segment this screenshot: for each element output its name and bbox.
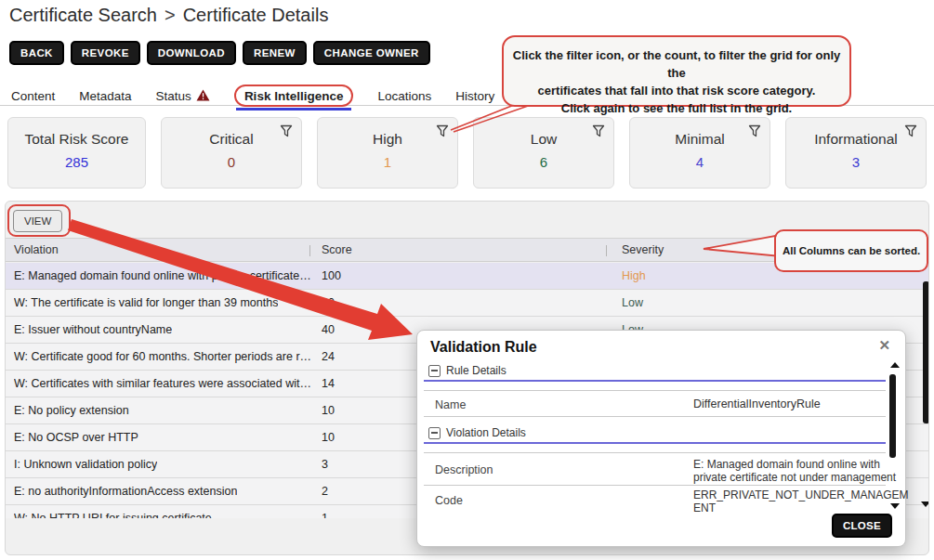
section-divider: [424, 442, 886, 444]
field-value-code: ERR_PRIVATE_NOT_UNDER_MANAGEM ENT: [693, 488, 909, 514]
modal-scrollbar-up-arrow[interactable]: [890, 362, 900, 368]
card-low[interactable]: Low 6: [473, 117, 614, 189]
modal-scrollbar-thumb[interactable]: [889, 374, 896, 458]
sort-note-annotation: All Columns can be sorted.: [774, 229, 928, 272]
filter-note-line: Click again to see the full list in the …: [504, 99, 849, 117]
breadcrumb: Certificate Search>Certificate Details: [9, 5, 328, 26]
filter-icon[interactable]: [436, 124, 449, 141]
collapse-minus-icon[interactable]: [428, 427, 441, 439]
column-header-violation[interactable]: Violation: [14, 243, 59, 256]
card-count[interactable]: 6: [474, 154, 613, 170]
field-value-name: DifferentialInventoryRule: [693, 397, 821, 410]
view-button[interactable]: VIEW: [13, 210, 62, 232]
section-rule-details: Rule Details: [428, 364, 506, 377]
field-divider: [424, 416, 886, 417]
card-count[interactable]: 4: [630, 154, 770, 170]
active-tab-underline: [236, 108, 352, 111]
card-total-risk-score: Total Risk Score 285: [7, 117, 146, 189]
filter-note-line: Click the filter icon, or the count, to …: [504, 46, 849, 82]
action-toolbar: BACK REVOKE DOWNLOAD RENEW CHANGE OWNER: [9, 41, 430, 65]
field-divider: [424, 452, 886, 453]
revoke-button[interactable]: REVOKE: [71, 41, 140, 65]
filter-note-line: certificates that fall into that risk sc…: [504, 82, 849, 99]
field-label-description: Description: [435, 463, 493, 476]
table-scrollbar-thumb[interactable]: [923, 281, 929, 423]
breadcrumb-certificate-search[interactable]: Certificate Search: [9, 5, 157, 25]
close-button[interactable]: CLOSE: [832, 514, 892, 538]
card-count[interactable]: 1: [318, 154, 457, 170]
breadcrumb-separator: >: [164, 5, 176, 25]
risk-score-cards: Total Risk Score 285 Critical 0 High 1 L…: [7, 117, 927, 189]
card-value: 285: [8, 154, 145, 170]
tab-status[interactable]: Status: [156, 89, 210, 104]
collapse-minus-icon[interactable]: [428, 365, 441, 377]
renew-button[interactable]: RENEW: [243, 41, 307, 65]
modal-scrollbar-down-arrow[interactable]: [890, 503, 900, 509]
back-button[interactable]: BACK: [9, 41, 64, 65]
column-separator: [309, 245, 310, 256]
card-label: Total Risk Score: [8, 131, 145, 148]
filter-note-annotation: Click the filter icon, or the count, to …: [502, 35, 851, 107]
change-owner-button[interactable]: CHANGE OWNER: [313, 41, 430, 65]
column-header-score[interactable]: Score: [322, 243, 352, 256]
filter-icon[interactable]: [592, 124, 605, 141]
card-count[interactable]: 0: [162, 154, 301, 170]
column-header-severity[interactable]: Severity: [622, 243, 664, 256]
tab-locations[interactable]: Locations: [377, 89, 431, 103]
validation-rule-modal: Validation Rule ✕ Rule Details Name Diff…: [416, 330, 906, 547]
field-divider: [424, 485, 886, 486]
filter-icon[interactable]: [280, 124, 293, 141]
close-icon[interactable]: ✕: [878, 337, 890, 354]
table-scrollbar-down-arrow[interactable]: [921, 501, 929, 507]
column-separator: [606, 245, 607, 256]
card-minimal[interactable]: Minimal 4: [629, 117, 770, 189]
field-divider: [424, 390, 886, 391]
breadcrumb-certificate-details: Certificate Details: [183, 5, 329, 25]
tab-metadata[interactable]: Metadata: [79, 89, 131, 103]
tab-risk-intelligence[interactable]: Risk Intelligence: [234, 86, 354, 106]
tab-history[interactable]: History: [455, 89, 494, 103]
filter-icon[interactable]: [904, 124, 917, 141]
field-label-name: Name: [435, 398, 466, 411]
download-button[interactable]: DOWNLOAD: [147, 41, 236, 65]
filter-icon[interactable]: [748, 124, 761, 141]
detail-tabs: Content Metadata Status Risk Intelligenc…: [11, 86, 494, 106]
section-divider: [424, 380, 886, 382]
modal-title: Validation Rule: [430, 339, 537, 356]
card-informational[interactable]: Informational 3: [785, 117, 927, 189]
section-label: Violation Details: [446, 426, 526, 439]
table-row[interactable]: W: The certificate is valid for longer t…: [6, 290, 928, 317]
field-label-code: Code: [435, 494, 463, 507]
card-high[interactable]: High 1: [317, 117, 458, 189]
section-violation-details: Violation Details: [428, 426, 526, 439]
card-critical[interactable]: Critical 0: [161, 117, 302, 189]
section-label: Rule Details: [446, 364, 506, 377]
field-value-description: E: Managed domain found online with priv…: [693, 458, 896, 484]
tab-content[interactable]: Content: [11, 89, 55, 103]
card-count[interactable]: 3: [786, 154, 926, 170]
warning-triangle-icon: [196, 89, 210, 104]
